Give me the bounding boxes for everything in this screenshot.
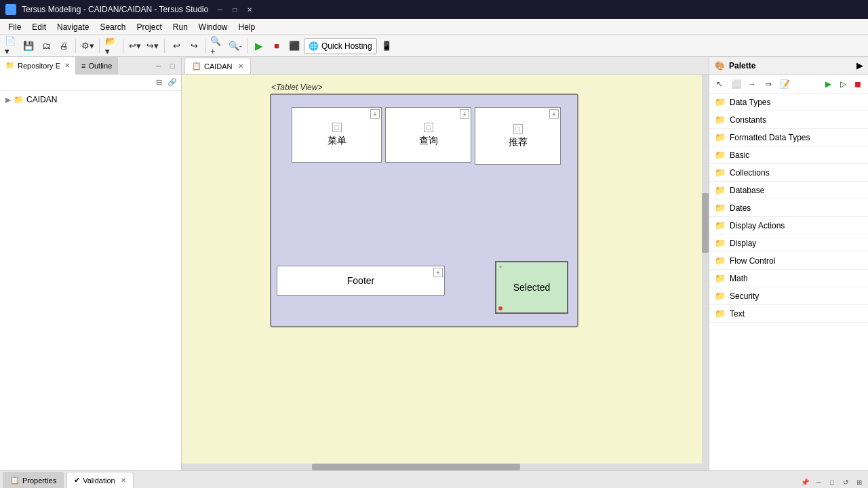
caidan-tab-close[interactable]: ✕	[238, 62, 243, 70]
palette-label: Math	[730, 274, 748, 283]
bottom-panel: 📋 Properties ✔ Validation ✕ 📌 ─ □ ↺ ⊞ Er…	[0, 470, 868, 488]
palette-arrow-tool[interactable]: →	[745, 77, 760, 92]
palette-arrow2-tool[interactable]: ⇒	[761, 77, 776, 92]
palette-item-formatted-data[interactable]: 📁 Formatted Data Types	[709, 129, 868, 146]
widget-query[interactable]: + □ 查询	[385, 107, 471, 163]
folder-icon: 📁	[715, 220, 726, 230]
tab-repository[interactable]: 📁 Repository E ✕	[0, 57, 76, 75]
palette-item-math[interactable]: 📁 Math	[709, 270, 868, 287]
undo-button[interactable]: ↩	[168, 38, 184, 54]
palette-item-constants[interactable]: 📁 Constants	[709, 111, 868, 129]
h-scrollbar-thumb[interactable]	[312, 464, 520, 470]
minimize-panel-button[interactable]: ─	[153, 60, 165, 72]
widget-selected[interactable]: * Selected	[495, 261, 568, 314]
minimize-button[interactable]: ─	[214, 3, 226, 16]
vertical-scrollbar[interactable]	[702, 75, 709, 470]
zoom-in-button[interactable]: 🔍+	[210, 38, 226, 54]
caidan-tab-icon: 📋	[192, 62, 201, 70]
run-button[interactable]: ▶	[251, 38, 267, 54]
tab-properties[interactable]: 📋 Properties	[3, 472, 64, 488]
tree-item-caidan[interactable]: ▶ 📁 CAIDAN	[3, 94, 178, 106]
palette-run-icon[interactable]: ▶	[821, 77, 835, 92]
folder-icon: 📁	[715, 150, 726, 160]
menu-edit[interactable]: Edit	[26, 19, 52, 35]
zoom-out-button[interactable]: 🔍-	[227, 38, 243, 54]
palette-label: Display	[730, 239, 756, 248]
widget-footer[interactable]: + Footer	[277, 266, 445, 296]
print-button[interactable]: 🖨	[56, 38, 72, 54]
palette-item-flow-control[interactable]: 📁 Flow Control	[709, 252, 868, 270]
widget-recommend[interactable]: + □ 推荐	[475, 107, 561, 165]
quick-hosting-button[interactable]: 🌐 Quick Hosting	[304, 38, 377, 54]
undo-dropdown[interactable]: ↩▾	[127, 38, 143, 54]
palette-item-collections[interactable]: 📁 Collections	[709, 164, 868, 182]
save-button[interactable]: 💾	[20, 38, 37, 54]
menu-window[interactable]: Window	[193, 19, 233, 35]
palette-select-rect[interactable]: ⬜	[728, 77, 743, 92]
palette-item-data-types[interactable]: 📁 Data Types	[709, 94, 868, 111]
expand-icon: ▶	[5, 96, 11, 104]
bottom-maximize-button[interactable]: □	[826, 476, 838, 488]
palette-item-display-actions[interactable]: 📁 Display Actions	[709, 217, 868, 235]
recommend-widget-icon: □	[513, 124, 523, 134]
footer-plus-icon[interactable]: +	[433, 268, 443, 277]
bottom-sync-button[interactable]: ↺	[840, 476, 852, 488]
menu-navigate[interactable]: Navigate	[52, 19, 94, 35]
stop-button[interactable]: ■	[269, 38, 285, 54]
maximize-button[interactable]: □	[229, 3, 241, 16]
redo-dropdown[interactable]: ↪▾	[144, 38, 161, 54]
palette-select-tool[interactable]: ↖	[712, 77, 727, 92]
tab-validation[interactable]: ✔ Validation ✕	[66, 472, 134, 488]
save-all-button[interactable]: 🗂	[38, 38, 54, 54]
menu-widget-label: 菜单	[328, 135, 347, 147]
palette-label: Formatted Data Types	[730, 133, 810, 142]
widget-menu[interactable]: + □ 菜单	[292, 107, 382, 163]
separator-3	[123, 39, 123, 53]
repo-tab-close[interactable]: ✕	[64, 62, 70, 69]
palette-note-tool[interactable]: 📝	[777, 77, 792, 92]
palette-item-database[interactable]: 📁 Database	[709, 182, 868, 199]
maximize-panel-button[interactable]: □	[166, 60, 178, 72]
menu-search[interactable]: Search	[94, 19, 131, 35]
recommend-plus-icon[interactable]: +	[549, 109, 559, 119]
horizontal-scrollbar[interactable]	[182, 464, 702, 470]
validation-tab-close[interactable]: ✕	[121, 476, 126, 484]
new-dropdown[interactable]: 📄▾	[3, 38, 19, 54]
bottom-expand-button[interactable]: ⊞	[853, 476, 865, 488]
palette-item-basic[interactable]: 📁 Basic	[709, 146, 868, 164]
deploy-button[interactable]: ⬛	[286, 38, 302, 54]
palette-item-dates[interactable]: 📁 Dates	[709, 199, 868, 217]
close-button[interactable]: ✕	[243, 3, 256, 16]
palette-expand-button[interactable]: ▶	[856, 61, 863, 70]
palette-run2-icon[interactable]: ▷	[835, 77, 850, 92]
folder-icon: 📁	[715, 238, 726, 248]
palette-item-security[interactable]: 📁 Security	[709, 287, 868, 305]
build-dropdown[interactable]: ⚙▾	[79, 38, 96, 54]
palette-item-display[interactable]: 📁 Display	[709, 235, 868, 252]
query-plus-icon[interactable]: +	[460, 109, 469, 119]
palette-stop-icon[interactable]: ◼	[850, 77, 865, 92]
bottom-tab-tools: 📌 ─ □ ↺ ⊞	[799, 476, 868, 488]
bottom-minimize-button[interactable]: ─	[812, 476, 825, 488]
link-editor-button[interactable]: 🔗	[166, 77, 178, 89]
palette-item-text[interactable]: 📁 Text	[709, 305, 868, 323]
menu-project[interactable]: Project	[131, 19, 167, 35]
tablet-view-container[interactable]: <Tablet View> + □ 菜单 + □ 查询 + □ 推荐	[270, 94, 578, 327]
menu-help[interactable]: Help	[233, 19, 261, 35]
editor-canvas[interactable]: <Tablet View> + □ 菜单 + □ 查询 + □ 推荐	[182, 75, 709, 470]
palette-panel: 🎨 Palette ▶ ↖ ⬜ → ⇒ 📝 ▶ ▷ ◼ 📁 Data Types…	[709, 57, 868, 470]
tab-outline[interactable]: ≡ Outline	[76, 57, 118, 74]
open-dropdown[interactable]: 📂▾	[103, 38, 119, 54]
redo-button[interactable]: ↪	[186, 38, 202, 54]
menu-run[interactable]: Run	[167, 19, 193, 35]
collapse-all-button[interactable]: ⊟	[153, 77, 165, 89]
palette-toolbar: ↖ ⬜ → ⇒ 📝 ▶ ▷ ◼	[709, 75, 868, 94]
tab-caidan[interactable]: 📋 CAIDAN ✕	[184, 58, 251, 74]
menu-file[interactable]: File	[3, 19, 26, 35]
menu-plus-icon[interactable]: +	[370, 109, 380, 119]
scrollbar-thumb[interactable]	[702, 193, 709, 253]
pin-button[interactable]: 📌	[799, 476, 811, 488]
device-button[interactable]: 📱	[378, 38, 395, 54]
quick-hosting-label: Quick Hosting	[321, 41, 372, 51]
repo-tab-label: Repository E	[18, 62, 60, 70]
